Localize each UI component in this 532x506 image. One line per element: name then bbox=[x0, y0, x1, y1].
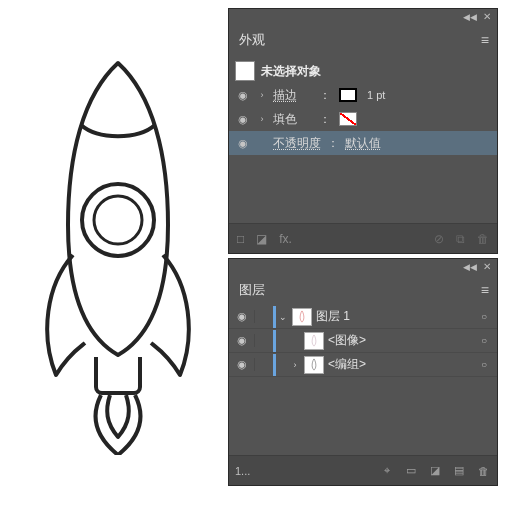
expand-icon[interactable]: › bbox=[257, 114, 267, 124]
stroke-swatch[interactable] bbox=[339, 88, 357, 102]
layer-thumbnail[interactable] bbox=[304, 332, 324, 350]
opacity-value[interactable]: 默认值 bbox=[345, 135, 381, 152]
visibility-icon[interactable]: ◉ bbox=[235, 89, 251, 102]
layer-color-bar bbox=[273, 354, 276, 376]
visibility-icon[interactable]: ◉ bbox=[235, 137, 251, 150]
panel-titlebar: ◀◀ ✕ bbox=[229, 259, 497, 275]
panel-menu-icon[interactable]: ≡ bbox=[473, 32, 497, 48]
make-clip-icon[interactable]: ▭ bbox=[403, 464, 419, 477]
canvas-area bbox=[0, 0, 230, 506]
selection-swatch bbox=[235, 61, 255, 81]
layer-thumbnail[interactable] bbox=[304, 356, 324, 374]
fill-swatch[interactable] bbox=[339, 112, 357, 126]
visibility-icon[interactable]: ◉ bbox=[235, 113, 251, 126]
close-icon[interactable]: ✕ bbox=[483, 262, 491, 272]
svg-point-1 bbox=[94, 196, 142, 244]
new-fill-icon[interactable]: □ bbox=[237, 232, 244, 246]
tab-layers[interactable]: 图层 bbox=[229, 275, 275, 305]
layer-count: 1... bbox=[235, 465, 271, 477]
tab-appearance[interactable]: 外观 bbox=[229, 25, 275, 55]
layer-row[interactable]: ◉ <图像> ○ bbox=[229, 329, 497, 353]
no-selection-row: 未选择对象 bbox=[229, 59, 497, 83]
close-icon[interactable]: ✕ bbox=[483, 12, 491, 22]
no-selection-label: 未选择对象 bbox=[261, 63, 321, 80]
collapse-icon[interactable]: ◀◀ bbox=[463, 263, 477, 272]
fill-row[interactable]: ◉ › 填色 ： bbox=[229, 107, 497, 131]
new-stroke-icon[interactable]: ◪ bbox=[256, 232, 267, 246]
chevron-right-icon[interactable]: › bbox=[290, 360, 300, 370]
panel-titlebar: ◀◀ ✕ bbox=[229, 9, 497, 25]
layers-panel: ◀◀ ✕ 图层 ≡ ◉ ⌄ 图层 1 ○ ◉ <图像> ○ ◉ bbox=[228, 258, 498, 486]
rocket-artwork bbox=[28, 55, 208, 455]
layer-row[interactable]: ◉ › <编组> ○ bbox=[229, 353, 497, 377]
expand-icon[interactable]: › bbox=[257, 90, 267, 100]
layer-name[interactable]: 图层 1 bbox=[316, 308, 350, 325]
target-icon[interactable]: ○ bbox=[477, 335, 491, 346]
target-icon[interactable]: ○ bbox=[477, 311, 491, 322]
chevron-down-icon[interactable]: ⌄ bbox=[278, 312, 288, 322]
opacity-label[interactable]: 不透明度 bbox=[273, 135, 321, 152]
clear-icon[interactable]: ⊘ bbox=[434, 232, 444, 246]
layer-color-bar bbox=[273, 330, 276, 352]
layers-footer: 1... ⌖ ▭ ◪ ▤ 🗑 bbox=[229, 455, 497, 485]
layer-name[interactable]: <图像> bbox=[328, 332, 366, 349]
duplicate-icon[interactable]: ⧉ bbox=[456, 232, 465, 246]
visibility-icon[interactable]: ◉ bbox=[229, 310, 255, 323]
visibility-icon[interactable]: ◉ bbox=[229, 334, 255, 347]
delete-layer-icon[interactable]: 🗑 bbox=[475, 465, 491, 477]
visibility-icon[interactable]: ◉ bbox=[229, 358, 255, 371]
layer-color-bar bbox=[273, 306, 276, 328]
target-icon[interactable]: ○ bbox=[477, 359, 491, 370]
opacity-row[interactable]: ◉ 不透明度 ： 默认值 bbox=[229, 131, 497, 155]
new-sublayer-icon[interactable]: ◪ bbox=[427, 464, 443, 477]
collapse-icon[interactable]: ◀◀ bbox=[463, 13, 477, 22]
layer-name[interactable]: <编组> bbox=[328, 356, 366, 373]
fill-label: 填色 bbox=[273, 111, 311, 128]
add-effect-icon[interactable]: fx. bbox=[279, 232, 292, 246]
locate-icon[interactable]: ⌖ bbox=[379, 464, 395, 477]
layer-row[interactable]: ◉ ⌄ 图层 1 ○ bbox=[229, 305, 497, 329]
panel-menu-icon[interactable]: ≡ bbox=[473, 282, 497, 298]
layer-thumbnail[interactable] bbox=[292, 308, 312, 326]
delete-icon[interactable]: 🗑 bbox=[477, 232, 489, 246]
appearance-panel: ◀◀ ✕ 外观 ≡ 未选择对象 ◉ › 描边 ： 1 pt ◉ › 填色 ： ◉ bbox=[228, 8, 498, 254]
stroke-label[interactable]: 描边 bbox=[273, 87, 311, 104]
new-layer-icon[interactable]: ▤ bbox=[451, 464, 467, 477]
stroke-value[interactable]: 1 pt bbox=[367, 89, 385, 101]
stroke-row[interactable]: ◉ › 描边 ： 1 pt bbox=[229, 83, 497, 107]
appearance-footer: □ ◪ fx. ⊘ ⧉ 🗑 bbox=[229, 223, 497, 253]
